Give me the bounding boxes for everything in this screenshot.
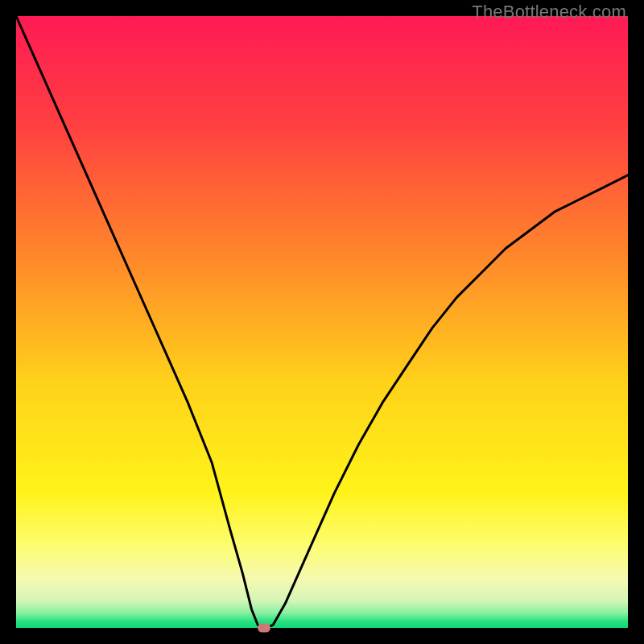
chart-background-gradient [16,16,628,628]
optimal-point-marker [258,624,270,633]
watermark-text: TheBottleneck.com [472,2,626,23]
bottleneck-chart [16,16,628,628]
chart-frame [16,16,628,628]
